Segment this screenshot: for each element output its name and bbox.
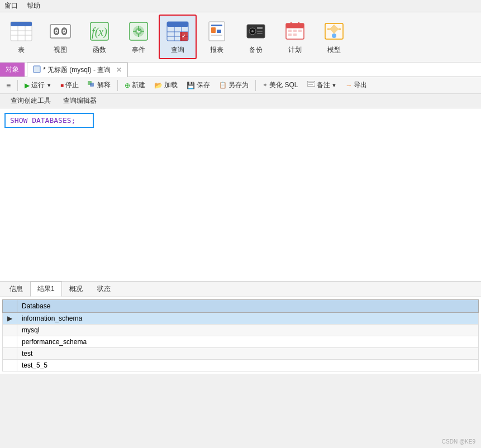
row-value: test_5_5 bbox=[17, 360, 479, 371]
editor-area[interactable]: SHOW DATABASES; bbox=[0, 108, 481, 282]
svg-text:f(x): f(x) bbox=[92, 26, 107, 39]
row-indicator bbox=[3, 325, 17, 336]
toolbar-view-btn[interactable]: 视图 bbox=[41, 15, 79, 59]
row-value: mysql bbox=[17, 325, 479, 336]
svg-rect-41 bbox=[257, 27, 263, 29]
comment-dropdown[interactable]: ▼ bbox=[332, 83, 337, 88]
svg-rect-52 bbox=[288, 34, 292, 36]
doc-tab-label: * 无标题 (mysql) - 查询 bbox=[43, 65, 111, 75]
query-icon: ✓ bbox=[166, 20, 189, 43]
subtab-query-editor[interactable]: 查询编辑器 bbox=[57, 93, 103, 108]
table-row[interactable]: test bbox=[3, 348, 479, 360]
toolbar-backup-label: 备份 bbox=[249, 45, 263, 55]
save-button[interactable]: 💾 保存 bbox=[183, 79, 214, 92]
sql-editor-box[interactable]: SHOW DATABASES; bbox=[4, 113, 94, 128]
toolbar-query-btn[interactable]: ✓ 查询 bbox=[159, 15, 197, 59]
menu-bar: 窗口 帮助 bbox=[0, 0, 481, 12]
toolbar-table-btn[interactable]: 表 bbox=[2, 15, 40, 59]
export-icon: → bbox=[345, 82, 352, 89]
document-tab[interactable]: * 无标题 (mysql) - 查询 ✕ bbox=[27, 63, 128, 77]
new-button[interactable]: ⊕ 新建 bbox=[121, 79, 149, 92]
explain-icon bbox=[88, 81, 96, 89]
run-dropdown-icon[interactable]: ▼ bbox=[46, 83, 51, 88]
svg-rect-61 bbox=[90, 83, 94, 87]
row-value: test bbox=[17, 348, 479, 360]
toolbar-view-label: 视图 bbox=[54, 45, 67, 55]
toolbar: 表 视图 f(x) 函数 bbox=[0, 12, 481, 63]
toolbar-table-label: 表 bbox=[18, 45, 25, 55]
svg-rect-36 bbox=[217, 30, 221, 33]
toolbar-model-btn[interactable]: 模型 bbox=[315, 15, 353, 59]
svg-rect-62 bbox=[307, 81, 315, 87]
table-row[interactable]: performance_schema bbox=[3, 336, 479, 348]
table-icon bbox=[9, 20, 33, 43]
toolbar-schedule-btn[interactable]: 计划 bbox=[276, 15, 314, 59]
comment-button[interactable]: 备注 ▼ bbox=[303, 79, 341, 92]
save-as-icon: 📋 bbox=[219, 82, 227, 89]
tab-info[interactable]: 信息 bbox=[2, 282, 30, 297]
tab-result1[interactable]: 结果1 bbox=[30, 282, 62, 297]
toolbar-schedule-label: 计划 bbox=[288, 45, 302, 55]
sql-content[interactable]: SHOW DATABASES; bbox=[10, 116, 75, 125]
menu-help[interactable]: 帮助 bbox=[27, 1, 40, 11]
svg-rect-6 bbox=[50, 25, 70, 38]
table-row[interactable]: ▶information_schema bbox=[3, 313, 479, 325]
stop-icon: ■ bbox=[60, 82, 64, 88]
run-button[interactable]: ▶ 运行 ▼ bbox=[21, 79, 55, 92]
action-bar: ≡ ▶ 运行 ▼ ■ 停止 解释 ⊕ 新建 📂 加载 💾 保存 📋 另存为 ✦ … bbox=[0, 77, 481, 94]
svg-point-9 bbox=[56, 30, 58, 32]
backup-icon bbox=[244, 20, 268, 43]
function-icon: f(x) bbox=[88, 20, 111, 43]
menu-window[interactable]: 窗口 bbox=[4, 1, 18, 11]
beautify-icon: ✦ bbox=[263, 82, 268, 89]
toolbar-report-label: 报表 bbox=[210, 45, 223, 55]
doc-tab-close[interactable]: ✕ bbox=[116, 66, 122, 74]
svg-rect-45 bbox=[286, 23, 304, 28]
svg-rect-50 bbox=[293, 30, 297, 32]
toolbar-function-btn[interactable]: f(x) 函数 bbox=[80, 15, 118, 59]
view-icon bbox=[49, 20, 72, 43]
table-row[interactable]: mysql bbox=[3, 325, 479, 336]
explain-button[interactable]: 解释 bbox=[84, 79, 115, 92]
svg-rect-42 bbox=[257, 31, 263, 32]
svg-text:✓: ✓ bbox=[182, 34, 186, 39]
results-table-container: Database ▶information_schemamysqlperform… bbox=[0, 297, 481, 374]
results-tab-bar: 信息 结果1 概况 状态 bbox=[0, 282, 481, 297]
model-icon bbox=[322, 20, 346, 43]
svg-rect-51 bbox=[298, 30, 302, 32]
svg-rect-53 bbox=[293, 34, 297, 36]
new-icon: ⊕ bbox=[125, 82, 130, 89]
toolbar-event-btn[interactable]: 事件 bbox=[120, 15, 158, 59]
toolbar-event-label: 事件 bbox=[132, 45, 145, 55]
hamburger-menu[interactable]: ≡ bbox=[2, 79, 15, 92]
table-row[interactable]: test_5_5 bbox=[3, 360, 479, 371]
object-tab[interactable]: 对象 bbox=[0, 63, 25, 77]
doc-tab-icon bbox=[33, 65, 41, 75]
results-panel: 信息 结果1 概况 状态 Database ▶information_schem… bbox=[0, 282, 481, 374]
load-button[interactable]: 📂 加载 bbox=[150, 79, 182, 92]
results-table: Database ▶information_schemamysqlperform… bbox=[2, 299, 479, 371]
stop-button[interactable]: ■ 停止 bbox=[56, 79, 83, 92]
report-icon bbox=[205, 20, 228, 43]
toolbar-report-btn[interactable]: 报表 bbox=[198, 15, 236, 59]
tab-status[interactable]: 状态 bbox=[90, 282, 118, 297]
toolbar-model-label: 模型 bbox=[327, 45, 341, 55]
svg-rect-43 bbox=[257, 33, 263, 34]
save-as-button[interactable]: 📋 另存为 bbox=[215, 79, 253, 92]
svg-point-10 bbox=[64, 30, 65, 32]
svg-rect-1 bbox=[11, 22, 32, 26]
tab-overview[interactable]: 概况 bbox=[62, 282, 90, 297]
export-button[interactable]: → 导出 bbox=[341, 79, 371, 92]
sep2 bbox=[117, 80, 118, 91]
beautify-button[interactable]: ✦ 美化 SQL bbox=[259, 79, 302, 92]
database-column-header: Database bbox=[17, 300, 479, 313]
subtab-query-creator[interactable]: 查询创建工具 bbox=[4, 93, 57, 108]
toolbar-backup-btn[interactable]: 备份 bbox=[237, 15, 275, 59]
svg-rect-35 bbox=[211, 27, 216, 33]
row-indicator bbox=[3, 360, 17, 371]
svg-point-56 bbox=[332, 34, 336, 38]
comment-icon bbox=[307, 81, 315, 89]
row-indicator bbox=[3, 336, 17, 348]
toolbar-query-label: 查询 bbox=[171, 45, 184, 55]
subtab-bar: 查询创建工具 查询编辑器 bbox=[0, 94, 481, 108]
